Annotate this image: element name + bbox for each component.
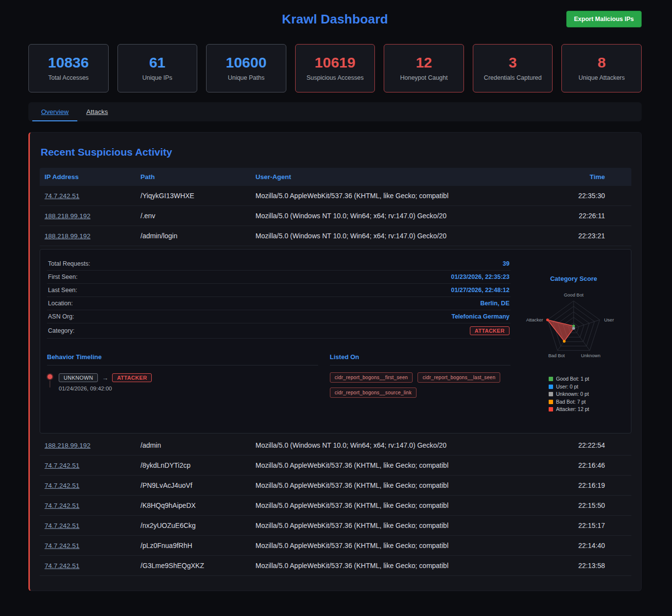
table-row[interactable]: 188.218.99.192/.envMozilla/5.0 (Windows … [40,206,631,226]
ip-cell: 188.218.99.192 [40,212,136,220]
blocklist-badge-cidr-report-bogons-first-seen[interactable]: cidr_report_bogons__first_seen [330,372,413,383]
stat-value: 61 [121,54,194,70]
stat-label: Credentials Captured [476,74,550,81]
stat-value: 10836 [32,54,105,70]
ip-address-link[interactable]: 74.7.242.51 [45,542,79,549]
table-row[interactable]: 74.7.242.51/PN9LvAcJ4uoVfMozilla/5.0 App… [40,476,631,496]
detail-lower-section: Behavior Timeline UNKNOWN→ATTACKER01/24/… [47,353,510,398]
ip-cell: 188.218.99.192 [40,232,136,240]
legend-item-good-bot: Good Bot: 1 pt [549,375,589,383]
stat-card-suspicious-accesses: 10619Suspicious Accesses [295,44,375,92]
stat-label: Unique Attackers [565,74,638,81]
krawl-dashboard-page: Krawl Dashboard Export Malicious IPs 108… [0,0,672,616]
table-row[interactable]: 188.218.99.192/adminMozilla/5.0 (Windows… [40,435,631,456]
header: Krawl Dashboard Export Malicious IPs [28,0,642,31]
to-category-badge: ATTACKER [112,373,152,382]
table-row[interactable]: 74.7.242.51/K8HQq9hAipeDXMozilla/5.0 App… [40,496,631,516]
detail-field-row: Total Requests:39 [47,257,510,271]
radar-axis-label-attacker: Attacker [526,317,543,322]
category-score-section: Category Score Good BotUserUnknownBad Bo… [523,257,624,413]
timeline-events: UNKNOWN→ATTACKER01/24/2026, 09:42:00 [47,373,318,391]
user-agent-cell: Mozilla/5.0 (Windows NT 10.0; Win64; x64… [251,212,558,220]
user-agent-cell: Mozilla/5.0 (Windows NT 10.0; Win64; x64… [251,232,558,240]
ip-address-link[interactable]: 188.218.99.192 [45,232,91,240]
table-row[interactable]: 74.7.242.51/nx2yUOZuE6CkgMozilla/5.0 App… [40,516,631,536]
path-cell: /pLz0Fnua9fRhH [136,542,251,549]
path-cell: /admin [136,441,251,449]
table-row[interactable]: 74.7.242.51/pLz0Fnua9fRhHMozilla/5.0 App… [40,536,631,556]
ip-address-link[interactable]: 188.218.99.192 [45,212,91,220]
column-header-path: Path [136,173,251,181]
stat-card-unique-ips: 61Unique IPs [117,44,198,92]
ip-address-link[interactable]: 74.7.242.51 [45,562,79,570]
time-cell: 22:35:30 [558,192,631,200]
detail-field-row: Last Seen:01/27/2026, 22:48:12 [47,284,510,297]
path-cell: /admin/login [136,232,251,240]
path-cell: /.env [136,212,251,220]
stat-label: Suspicious Accesses [299,74,372,81]
ip-cell: 74.7.242.51 [40,542,136,549]
detail-category-row: Category: ATTACKER [47,323,510,339]
table-row[interactable]: 188.218.99.192/admin/loginMozilla/5.0 (W… [40,226,631,246]
radar-point-attacker [546,319,549,321]
user-agent-cell: Mozilla/5.0 AppleWebKit/537.36 (KHTML, l… [251,502,558,509]
stat-value: 10619 [299,54,372,70]
time-cell: 22:13:58 [558,562,631,570]
table-row[interactable]: 74.7.242.51/8ykdLnDYTi2cpMozilla/5.0 App… [40,456,631,476]
stat-value: 3 [476,54,550,70]
stat-card-credentials-captured: 3Credentials Captured [473,44,553,92]
table-row[interactable]: 74.7.242.51/G3Lme9ShEQgXKZMozilla/5.0 Ap… [40,556,631,576]
table-rows-group-bottom: 188.218.99.192/adminMozilla/5.0 (Windows… [40,435,631,576]
radar-data-polygon [548,320,574,342]
detail-field-label: Last Seen: [48,287,77,294]
ip-address-link[interactable]: 74.7.242.51 [45,502,79,509]
behavior-timeline-title: Behavior Timeline [47,353,318,365]
time-cell: 22:15:50 [558,502,631,509]
legend-label: Bad Bot: 7 pt [556,398,586,406]
column-header-user-agent: User-Agent [251,173,558,181]
ip-detail-panel: Total Requests:39First Seen:01/23/2026, … [40,249,631,433]
legend-item-bad-bot: Bad Bot: 7 pt [549,398,589,406]
path-cell: /8ykdLnDYTi2cp [136,461,251,469]
stats-row: 10836Total Accesses61Unique IPs10600Uniq… [28,44,642,92]
path-cell: /G3Lme9ShEQgXKZ [136,562,251,570]
timeline-event-body: UNKNOWN→ATTACKER01/24/2026, 09:42:00 [59,373,152,391]
stat-label: Unique IPs [121,74,194,81]
tab-attacks[interactable]: Attacks [77,102,116,121]
ip-address-link[interactable]: 74.7.242.51 [45,192,79,200]
detail-field-label: Location: [48,300,73,307]
time-cell: 22:14:40 [558,542,631,549]
time-cell: 22:26:11 [558,212,631,220]
suspicious-activity-panel: Recent Suspicious Activity IP AddressPat… [28,132,642,591]
ip-address-link[interactable]: 74.7.242.51 [45,482,79,489]
blocklist-badge-cidr-report-bogons-last-seen[interactable]: cidr_report_bogons__last_seen [417,372,500,383]
table-row[interactable]: 74.7.242.51/YiqykGI13WHXEMozilla/5.0 App… [40,186,631,206]
from-category-badge: UNKNOWN [59,373,98,382]
path-cell: /PN9LvAcJ4uoVf [136,481,251,489]
category-score-radar-chart: Good BotUserUnknownBad BotAttacker [523,287,624,362]
content-wrapper: Krawl Dashboard Export Malicious IPs 108… [0,0,672,603]
radar-axis-label-bad-bot: Bad Bot [548,353,565,358]
legend-label: User: 0 pt [556,383,579,391]
time-cell: 22:16:19 [558,481,631,489]
ip-address-link[interactable]: 188.218.99.192 [45,442,91,449]
ip-address-link[interactable]: 74.7.242.51 [45,522,79,529]
page-title: Krawl Dashboard [28,12,642,27]
radar-axis-label-unknown: Unknown [581,353,601,358]
stat-card-total-accesses: 10836Total Accesses [28,44,109,92]
stat-card-unique-attackers: 8Unique Attackers [561,44,642,92]
detail-category-label: Category: [48,327,74,334]
path-cell: /YiqykGI13WHXE [136,192,251,200]
detail-field-value: Berlin, DE [480,300,510,307]
stat-value: 8 [565,54,638,70]
blocklist-badge-cidr-report-bogons-source-link[interactable]: cidr_report_bogons__source_link [330,388,417,398]
ip-address-link[interactable]: 74.7.242.51 [45,462,79,469]
radar-legend: Good Bot: 1 ptUser: 0 ptUnknown: 0 ptBad… [549,375,589,413]
detail-field-value: 01/23/2026, 22:35:23 [451,274,510,280]
ip-detail-fields: Total Requests:39First Seen:01/23/2026, … [47,257,510,323]
ip-detail-info: Total Requests:39First Seen:01/23/2026, … [47,257,510,413]
stat-card-unique-paths: 10600Unique Paths [206,44,286,92]
export-malicious-ips-button[interactable]: Export Malicious IPs [566,11,642,27]
timeline-transition: UNKNOWN→ATTACKER [59,373,152,382]
tab-overview[interactable]: Overview [32,102,77,121]
